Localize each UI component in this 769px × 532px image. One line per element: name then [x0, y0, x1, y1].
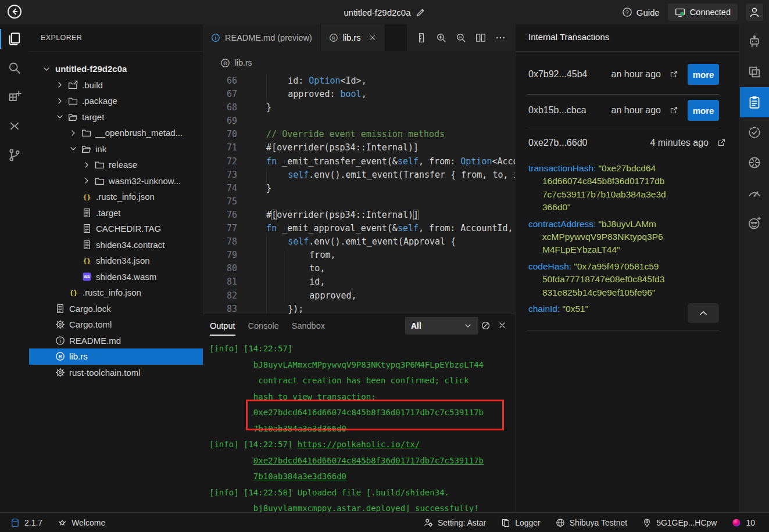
guide-button[interactable]: ? Guide [622, 7, 660, 17]
code-line-content: self.env().emit_event(Approval { [245, 235, 456, 249]
chevron-right-icon [55, 96, 68, 106]
status-label: 2.1.7 [24, 518, 42, 527]
activity-item-bot[interactable] [740, 208, 769, 238]
tree-item-shiden34-contract[interactable]: shiden34.contract [29, 237, 203, 253]
external-link-icon[interactable] [669, 106, 678, 115]
tree-item--rustc-info-json[interactable]: {}.rustc_info.json [29, 285, 203, 301]
output-tab-console[interactable]: Console [248, 314, 279, 337]
ruler-icon[interactable] [416, 33, 427, 43]
dots-icon[interactable] [495, 33, 506, 43]
transaction-hash[interactable]: 0xb15b...cbca [528, 105, 586, 116]
tree-item-untitled-f29d2c0a[interactable]: untitled-f29d2c0a [29, 61, 203, 77]
wasm-icon: WA [82, 272, 95, 282]
divider [527, 330, 719, 330]
rust-file-icon: R [329, 33, 338, 42]
divider [527, 94, 719, 95]
tab-lib-rs[interactable]: Rlib.rs [321, 24, 385, 51]
tab-readme-md[interactable]: README.md (preview) [203, 24, 320, 51]
close-tab-icon[interactable] [369, 34, 377, 42]
db-icon [10, 518, 20, 527]
activity-item-gauge[interactable] [740, 178, 769, 208]
status-logger[interactable]: Logger [501, 518, 541, 527]
status-10[interactable]: 10 [732, 518, 755, 527]
activity-item-search[interactable] [0, 53, 29, 82]
tree-item--openbrush-metad-[interactable]: __openbrush_metad... [29, 125, 203, 141]
tree-item-cargo-lock[interactable]: Cargo.lock [29, 301, 203, 317]
transaction-hash[interactable]: 0xe27b...66d0 [528, 138, 587, 148]
svg-text:?: ? [625, 9, 628, 15]
split-icon[interactable] [475, 33, 486, 43]
code-line: 66id: Option<Id>, [203, 74, 515, 88]
status-label: 10 [746, 518, 755, 527]
activity-item-frames[interactable] [740, 57, 769, 87]
tree-item--rustc-info-json[interactable]: {}.rustc_info.json [29, 189, 203, 205]
status-2-1-7[interactable]: 2.1.7 [10, 518, 42, 527]
status-welcome[interactable]: Welcome [58, 518, 105, 527]
more-button[interactable]: more [688, 64, 719, 85]
zoom-out-icon[interactable] [456, 33, 466, 43]
log-line: bj8uyvlammxcmppy.astar.deployed] success… [209, 501, 515, 512]
filter-value: All [411, 321, 421, 330]
tree-item-release[interactable]: release [29, 157, 203, 173]
connected-button[interactable]: Connected [668, 3, 738, 21]
chevron-down-icon [42, 64, 55, 74]
tree-item--package[interactable]: .package [29, 93, 203, 109]
tree-item-lib-rs[interactable]: Rlib.rs [29, 348, 203, 365]
log-link[interactable]: 7b10ab384a3e3d366d0 [253, 472, 346, 481]
detail-value[interactable]: "0x51" [560, 304, 588, 314]
external-link-icon[interactable] [717, 138, 726, 148]
log-line: contract creation has been confirmed; cl… [209, 373, 515, 389]
activity-item-new-window[interactable] [0, 82, 29, 112]
detail-codeHash: codeHash: "0x7a95f4970581c59 50fda777187… [528, 260, 714, 299]
activity-item-collapse[interactable] [0, 112, 29, 141]
close-panel-icon[interactable] [498, 321, 507, 330]
code-editor[interactable]: 66id: Option<Id>,67approved: bool,68}697… [203, 74, 515, 314]
tree-item-target[interactable]: target [29, 109, 203, 125]
transaction-hash[interactable]: 0x7b92...45b4 [528, 69, 587, 80]
tree-item-ink[interactable]: ink [29, 141, 203, 157]
activity-item-explorer[interactable] [0, 24, 29, 53]
tree-item-wasm32-unknow-[interactable]: wasm32-unknow... [29, 173, 203, 189]
tree-item--target[interactable]: .target [29, 205, 203, 221]
edit-title-icon[interactable] [416, 8, 425, 17]
tree-item-cargo-toml[interactable]: Cargo.toml [29, 317, 203, 333]
activity-item-transactions[interactable] [740, 87, 769, 117]
tree-item--build[interactable]: .build [29, 77, 203, 94]
output-tabs: OutputConsoleSandbox [203, 314, 325, 337]
tree-item-rust-toolchain-toml[interactable]: rust-toolchain.toml [29, 365, 203, 381]
tree-item-shiden34-json[interactable]: {}shiden34.json [29, 253, 203, 269]
log-link[interactable]: https://polkaholic.io/tx/ [298, 440, 420, 449]
status-shibuya-testnet[interactable]: Shibuya Testnet [556, 518, 627, 527]
activity-item-source-control[interactable] [0, 141, 29, 170]
svg-text:{}: {} [83, 257, 91, 265]
collapse-details-button[interactable] [688, 303, 719, 323]
status-5g1gep-hcpw[interactable]: 5G1GEp...HCpw [642, 518, 717, 527]
zoom-in-icon[interactable] [436, 33, 446, 43]
account-button[interactable] [746, 3, 763, 21]
clear-output-icon[interactable] [481, 321, 491, 330]
status-setting-astar[interactable]: Setting: Astar [424, 518, 486, 527]
output-tab-output[interactable]: Output [210, 314, 235, 337]
external-link-icon[interactable] [669, 70, 678, 79]
svg-text:{}: {} [83, 193, 91, 201]
tree-item-label: CACHEDIR.TAG [96, 224, 161, 233]
activity-item-ai-assistant[interactable] [740, 27, 769, 57]
more-button[interactable]: more [688, 100, 719, 121]
output-tab-sandbox[interactable]: Sandbox [292, 314, 325, 337]
tree-item-shiden34-wasm[interactable]: WAshiden34.wasm [29, 269, 203, 285]
activity-item-openai[interactable] [740, 148, 769, 178]
log-link[interactable]: 0xe27bdcd6416d66074c845b8f36d01717db7c7c… [253, 456, 484, 465]
robot-icon [747, 35, 761, 49]
tree-item-cachedir-tag[interactable]: CACHEDIR.TAG [29, 221, 203, 237]
explorer-sidebar: EXPLORER untitled-f29d2c0a.build.package… [29, 24, 203, 512]
file-tree: untitled-f29d2c0a.build.packagetarget__o… [29, 61, 203, 380]
log-filter-select[interactable]: All [405, 317, 478, 335]
code-line: 71#[overrider(psp34::Internal)] [203, 141, 515, 154]
transaction-details: transactionHash: "0xe27bdcd64 16d66074c8… [528, 162, 714, 319]
breadcrumb[interactable]: R lib.rs [203, 51, 515, 74]
activity-item-verify[interactable] [740, 117, 769, 148]
tree-item-label: README.md [69, 336, 121, 346]
output-log[interactable]: [info] [14:22:57] bJ8uyvLAMmxcMPpywvqV9P… [203, 337, 515, 512]
tree-item-label: Cargo.toml [69, 319, 112, 329]
tree-item-readme-md[interactable]: README.md [29, 333, 203, 349]
